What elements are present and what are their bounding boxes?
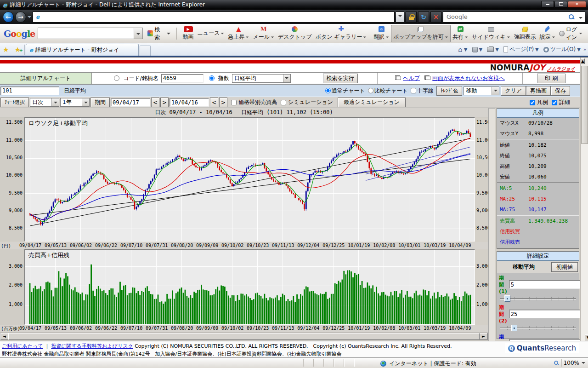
date-to-prev-button[interactable]: < bbox=[210, 98, 218, 107]
zoom-dropdown-icon[interactable] bbox=[582, 362, 585, 364]
clear-button[interactable]: クリア bbox=[501, 86, 526, 96]
browser-vertical-scrollbar[interactable]: ▲ ▼ bbox=[580, 58, 588, 341]
toolbar-item-11[interactable]: 設定 bbox=[538, 25, 557, 42]
stop-button[interactable]: × bbox=[430, 12, 441, 23]
toolbar-item-6[interactable]: a翻訳 bbox=[372, 25, 391, 42]
crosshair-checkbox[interactable] bbox=[411, 88, 416, 93]
scroll-left-button[interactable]: ◄ bbox=[0, 333, 8, 340]
span-select[interactable]: 1年 bbox=[60, 98, 90, 107]
param-slider-2[interactable] bbox=[500, 324, 576, 332]
param-slider-1[interactable] bbox=[500, 295, 576, 303]
toolbar-item-1[interactable]: ニュース bbox=[196, 25, 226, 42]
google-search-field[interactable] bbox=[38, 28, 143, 39]
date-to-input[interactable] bbox=[170, 98, 209, 107]
google-search-button[interactable]: 検索 bbox=[146, 25, 172, 42]
toolbar-item-8[interactable]: ⇄共有 bbox=[451, 25, 470, 42]
toolbar-item-4[interactable]: デスクトップ bbox=[276, 25, 314, 42]
fees-risk-link[interactable]: 投資に関する手数料等およびリスク bbox=[51, 343, 133, 349]
favorites-star-icon[interactable]: ★ bbox=[0, 44, 11, 56]
url-input[interactable]: e bbox=[33, 12, 395, 23]
google-search-dropdown-button[interactable] bbox=[134, 28, 142, 39]
print-page-button[interactable]: 印 刷 bbox=[537, 74, 565, 83]
code-radio[interactable] bbox=[114, 75, 119, 81]
trend-color-button[interactable]: ﾄﾚﾝﾄﾞ色 bbox=[436, 86, 463, 96]
toolbar-item-5[interactable]: ✚ボタン ギャラリー bbox=[314, 25, 369, 42]
terms-link[interactable]: ご利用にあたって bbox=[2, 343, 43, 349]
index-radio[interactable] bbox=[209, 75, 215, 81]
url-dropdown-button[interactable] bbox=[396, 12, 404, 23]
date-to-next-button[interactable]: > bbox=[219, 98, 227, 107]
toolbar-item-2[interactable]: ▲急上昇 bbox=[226, 25, 251, 42]
toolbar-item-12[interactable]: ログイン bbox=[557, 25, 584, 42]
minimize-button[interactable] bbox=[541, 1, 554, 8]
search-input[interactable] bbox=[447, 13, 568, 20]
param-input-2[interactable] bbox=[509, 310, 583, 318]
param-input-1[interactable] bbox=[509, 280, 583, 289]
toolbar-item-3[interactable]: Mメール bbox=[251, 25, 276, 42]
noscreen-link[interactable]: 画面が表示されないお客様へ bbox=[432, 75, 505, 81]
trend-mode-select[interactable]: 移動 bbox=[464, 86, 499, 95]
help-link[interactable]: ヘルプ bbox=[403, 75, 420, 81]
zoom-control[interactable]: 100% bbox=[553, 360, 585, 366]
x-tick-label: 09/07/10 bbox=[120, 326, 142, 331]
horizontal-scrollbar[interactable]: ◄ ► bbox=[0, 333, 488, 340]
toolbar-item-9[interactable]: サイドウィキ bbox=[470, 25, 512, 42]
slider-thumb[interactable] bbox=[504, 295, 510, 302]
chart-vertical-scrollbar[interactable] bbox=[488, 108, 495, 341]
date-from-next-button[interactable]: > bbox=[160, 98, 169, 107]
index-select[interactable]: 日経平均 bbox=[232, 74, 291, 83]
toolbar-item-10[interactable]: 強調表示 bbox=[512, 25, 538, 42]
code-input[interactable] bbox=[161, 74, 204, 83]
scroll-right-button[interactable]: ► bbox=[480, 333, 487, 340]
printer-icon bbox=[487, 47, 494, 52]
redraw-button[interactable]: 再描画 bbox=[526, 86, 551, 96]
search-provider-dropdown-icon[interactable] bbox=[579, 17, 582, 19]
refresh-button[interactable]: ↻ bbox=[418, 12, 429, 23]
optimal-simulation-button[interactable]: 最適シミュレーション bbox=[338, 98, 406, 107]
print-button[interactable]: ▼ bbox=[485, 46, 501, 53]
compare-chart-radio[interactable] bbox=[368, 88, 373, 93]
tab-chart-page[interactable]: e 詳細リアルチャート - 野村ジョイ bbox=[26, 44, 139, 56]
security-lock-button[interactable] bbox=[406, 12, 417, 23]
search-box[interactable] bbox=[443, 12, 585, 23]
price-volume-checkbox[interactable] bbox=[231, 100, 237, 105]
volume-chart-plot[interactable]: 売買高+信用残 bbox=[24, 249, 475, 325]
history-dropdown-icon[interactable] bbox=[28, 16, 31, 18]
chart-code-input[interactable] bbox=[0, 86, 59, 95]
legend-checkbox[interactable] bbox=[530, 100, 535, 105]
toolbar-item-7[interactable]: ポップアップを許可 bbox=[391, 25, 451, 42]
y-tick: 3,000 bbox=[475, 264, 488, 269]
new-tab-button[interactable] bbox=[140, 46, 151, 56]
tools-menu-button[interactable]: ツール(O)▼ bbox=[542, 45, 582, 54]
scroll-down-button[interactable]: ▼ bbox=[585, 334, 588, 341]
save-button[interactable]: 保存 bbox=[551, 86, 570, 96]
toolbar-item-0[interactable]: ▶動画 bbox=[181, 25, 196, 42]
page-menu-button[interactable]: ページ(P)▼ bbox=[502, 45, 541, 54]
forward-button[interactable]: → bbox=[15, 12, 26, 23]
back-button[interactable]: ← bbox=[3, 12, 14, 23]
home-button[interactable]: ⌂▼ bbox=[456, 46, 469, 54]
scroll-up-button[interactable]: ▲ bbox=[581, 58, 585, 64]
normal-chart-radio[interactable] bbox=[325, 88, 331, 93]
command-overflow-button[interactable]: » bbox=[583, 47, 586, 52]
frequency-select[interactable]: 日次 bbox=[30, 98, 59, 107]
ma-tab[interactable]: 移動平均 bbox=[498, 263, 549, 271]
main-chart-plot[interactable]: ロウソク足+移動平均 bbox=[24, 117, 475, 242]
search-magnifier-icon[interactable] bbox=[568, 14, 575, 20]
execute-search-button[interactable]: 検索を実行 bbox=[323, 74, 358, 83]
slider-thumb[interactable] bbox=[511, 325, 517, 331]
reset-defaults-button[interactable]: 初期値 bbox=[551, 262, 578, 272]
close-button[interactable]: ✕ bbox=[568, 1, 586, 8]
date-from-input[interactable] bbox=[111, 98, 150, 107]
date-from-prev-button[interactable]: < bbox=[151, 98, 159, 107]
add-favorite-icon[interactable]: ★ bbox=[11, 44, 23, 56]
maximize-button[interactable] bbox=[554, 1, 567, 8]
detail-checkbox[interactable] bbox=[552, 100, 557, 105]
feeds-button[interactable]: ▼ bbox=[470, 46, 485, 53]
vertical-scroll-thumb[interactable] bbox=[581, 66, 588, 144]
simulation-checkbox[interactable] bbox=[281, 100, 286, 105]
feed-icon bbox=[472, 47, 478, 52]
chart-select-button[interactable]: ﾁｬｰﾄ選択 bbox=[0, 98, 29, 107]
period-button[interactable]: 期間 bbox=[90, 98, 110, 107]
horizontal-scroll-thumb[interactable] bbox=[8, 333, 480, 340]
